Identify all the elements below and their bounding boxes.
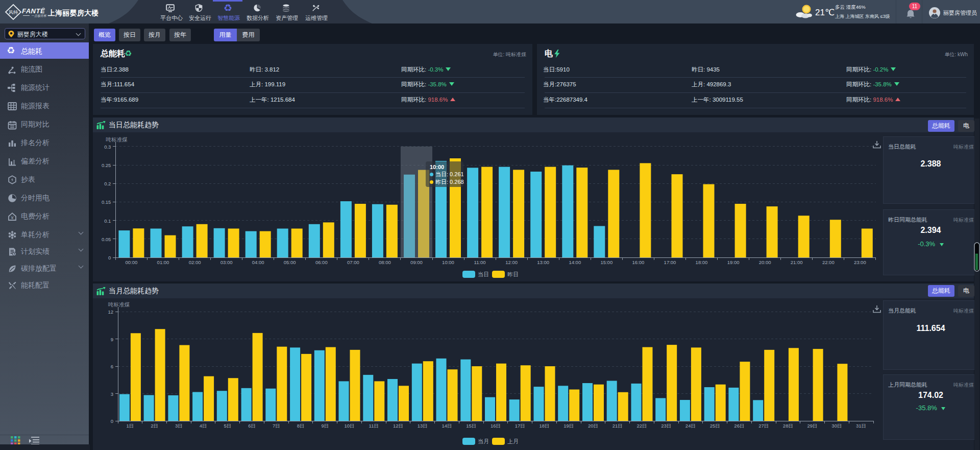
svg-text:风特: 风特	[9, 10, 18, 15]
svg-text:昨日: 昨日	[507, 271, 519, 277]
svg-text:02:00: 02:00	[189, 259, 201, 265]
svg-text:04:00: 04:00	[252, 259, 264, 265]
svg-text:6日: 6日	[248, 423, 256, 429]
svg-text:22日: 22日	[636, 423, 647, 429]
svg-text:2日: 2日	[151, 423, 158, 429]
svg-text:7日: 7日	[273, 423, 280, 429]
svg-text:10日: 10日	[344, 423, 354, 429]
svg-text:30日: 30日	[831, 423, 842, 429]
svg-text:20:00: 20:00	[759, 259, 771, 265]
svg-text:¥: ¥	[10, 215, 14, 220]
svg-text:00:00: 00:00	[126, 259, 138, 265]
svg-text:28日: 28日	[783, 423, 793, 429]
svg-text:一息极而车: 一息极而车	[31, 14, 47, 17]
svg-text:14:00: 14:00	[569, 259, 581, 265]
svg-text:18:00: 18:00	[696, 259, 708, 265]
svg-text:0.3: 0.3	[104, 144, 111, 150]
svg-text:24日: 24日	[685, 423, 696, 429]
svg-text:08:00: 08:00	[379, 259, 391, 265]
svg-text:上月: 上月	[507, 438, 519, 444]
svg-text:12:00: 12:00	[505, 259, 518, 265]
svg-text:29日: 29日	[807, 423, 818, 429]
svg-text:8日: 8日	[297, 423, 305, 429]
svg-text:05:00: 05:00	[284, 259, 296, 265]
svg-text:06:00: 06:00	[315, 259, 328, 265]
svg-text:25日: 25日	[710, 423, 720, 429]
svg-text:19日: 19日	[564, 423, 574, 429]
svg-text:10:00: 10:00	[442, 259, 454, 265]
svg-text:23:00: 23:00	[854, 259, 866, 265]
svg-text:21:00: 21:00	[791, 259, 803, 265]
svg-text:5日: 5日	[224, 423, 231, 429]
svg-text:9: 9	[111, 337, 113, 342]
svg-text:1日: 1日	[127, 423, 134, 429]
svg-text:09:00: 09:00	[410, 259, 423, 265]
svg-text:11日: 11日	[369, 423, 379, 429]
svg-text:13日: 13日	[418, 423, 428, 429]
svg-text:12日: 12日	[393, 423, 403, 429]
svg-text:0.2: 0.2	[104, 181, 111, 186]
svg-text:16日: 16日	[491, 423, 501, 429]
svg-text:13:00: 13:00	[537, 259, 549, 265]
svg-text:3日: 3日	[175, 423, 183, 429]
svg-text:0.15: 0.15	[102, 199, 111, 205]
svg-text:18日: 18日	[539, 423, 549, 429]
svg-text:吨标准煤: 吨标准煤	[108, 301, 130, 307]
svg-text:14日: 14日	[442, 423, 452, 429]
svg-text:6: 6	[111, 364, 113, 369]
svg-text:17日: 17日	[515, 423, 525, 429]
svg-text:4日: 4日	[200, 423, 207, 429]
svg-text:0: 0	[111, 418, 113, 424]
svg-text:FANTE: FANTE	[22, 7, 45, 15]
svg-text:12: 12	[108, 309, 113, 315]
svg-text:19:00: 19:00	[727, 259, 740, 265]
svg-text:0: 0	[108, 255, 111, 260]
svg-text:16:00: 16:00	[632, 259, 645, 265]
svg-text:27日: 27日	[758, 423, 769, 429]
svg-text:15日: 15日	[466, 423, 476, 429]
svg-text:0.05: 0.05	[102, 236, 111, 242]
svg-text:0.1: 0.1	[104, 218, 111, 224]
svg-text:01:00: 01:00	[157, 259, 169, 265]
svg-text:9日: 9日	[321, 423, 329, 429]
svg-text:15:00: 15:00	[600, 259, 612, 265]
svg-text:26日: 26日	[734, 423, 744, 429]
svg-text:23日: 23日	[661, 423, 671, 429]
svg-text:31日: 31日	[856, 423, 866, 429]
svg-text:吨标准煤: 吨标准煤	[106, 136, 128, 143]
svg-text:17:00: 17:00	[664, 259, 676, 265]
svg-text:21日: 21日	[612, 423, 623, 429]
svg-text:20日: 20日	[588, 423, 598, 429]
svg-text:3: 3	[111, 391, 113, 397]
svg-text:0.25: 0.25	[102, 162, 111, 168]
svg-text:当日: 当日	[478, 271, 489, 277]
svg-text:22:00: 22:00	[822, 259, 835, 265]
svg-text:当月: 当月	[478, 438, 489, 444]
svg-text:11:00: 11:00	[474, 259, 486, 265]
svg-text:07:00: 07:00	[347, 259, 359, 265]
svg-text:03:00: 03:00	[220, 259, 233, 265]
